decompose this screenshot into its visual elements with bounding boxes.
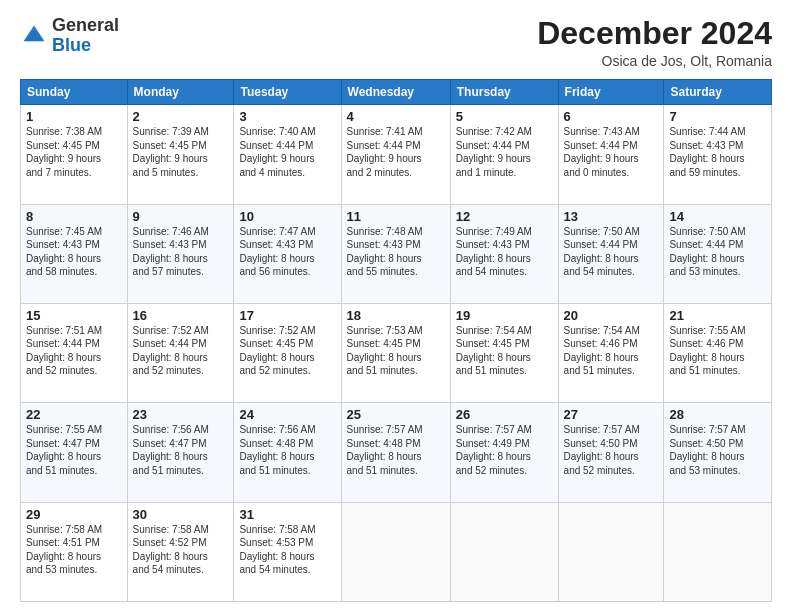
calendar-cell: 4Sunrise: 7:41 AMSunset: 4:44 PMDaylight… [341, 105, 450, 204]
col-sunday: Sunday [21, 80, 128, 105]
day-number: 3 [239, 109, 335, 124]
calendar-week-1: 1Sunrise: 7:38 AMSunset: 4:45 PMDaylight… [21, 105, 772, 204]
day-info: Sunrise: 7:56 AMSunset: 4:47 PMDaylight:… [133, 423, 229, 477]
day-number: 26 [456, 407, 553, 422]
page: General Blue December 2024 Osica de Jos,… [0, 0, 792, 612]
day-info: Sunrise: 7:42 AMSunset: 4:44 PMDaylight:… [456, 125, 553, 179]
day-number: 12 [456, 209, 553, 224]
col-monday: Monday [127, 80, 234, 105]
day-info: Sunrise: 7:53 AMSunset: 4:45 PMDaylight:… [347, 324, 445, 378]
calendar-cell: 8Sunrise: 7:45 AMSunset: 4:43 PMDaylight… [21, 204, 128, 303]
day-info: Sunrise: 7:49 AMSunset: 4:43 PMDaylight:… [456, 225, 553, 279]
calendar-cell: 29Sunrise: 7:58 AMSunset: 4:51 PMDayligh… [21, 502, 128, 601]
day-info: Sunrise: 7:57 AMSunset: 4:49 PMDaylight:… [456, 423, 553, 477]
calendar-cell [664, 502, 772, 601]
day-number: 21 [669, 308, 766, 323]
day-info: Sunrise: 7:40 AMSunset: 4:44 PMDaylight:… [239, 125, 335, 179]
calendar-cell: 16Sunrise: 7:52 AMSunset: 4:44 PMDayligh… [127, 303, 234, 402]
day-number: 27 [564, 407, 659, 422]
day-number: 5 [456, 109, 553, 124]
calendar-header-row: Sunday Monday Tuesday Wednesday Thursday… [21, 80, 772, 105]
calendar-cell: 12Sunrise: 7:49 AMSunset: 4:43 PMDayligh… [450, 204, 558, 303]
day-info: Sunrise: 7:58 AMSunset: 4:52 PMDaylight:… [133, 523, 229, 577]
calendar-cell: 25Sunrise: 7:57 AMSunset: 4:48 PMDayligh… [341, 403, 450, 502]
calendar-cell: 26Sunrise: 7:57 AMSunset: 4:49 PMDayligh… [450, 403, 558, 502]
day-info: Sunrise: 7:39 AMSunset: 4:45 PMDaylight:… [133, 125, 229, 179]
day-number: 9 [133, 209, 229, 224]
day-info: Sunrise: 7:46 AMSunset: 4:43 PMDaylight:… [133, 225, 229, 279]
day-number: 18 [347, 308, 445, 323]
day-info: Sunrise: 7:56 AMSunset: 4:48 PMDaylight:… [239, 423, 335, 477]
day-number: 15 [26, 308, 122, 323]
day-number: 6 [564, 109, 659, 124]
day-number: 14 [669, 209, 766, 224]
day-info: Sunrise: 7:48 AMSunset: 4:43 PMDaylight:… [347, 225, 445, 279]
day-number: 8 [26, 209, 122, 224]
calendar-cell: 23Sunrise: 7:56 AMSunset: 4:47 PMDayligh… [127, 403, 234, 502]
calendar-table: Sunday Monday Tuesday Wednesday Thursday… [20, 79, 772, 602]
day-info: Sunrise: 7:55 AMSunset: 4:47 PMDaylight:… [26, 423, 122, 477]
day-info: Sunrise: 7:58 AMSunset: 4:53 PMDaylight:… [239, 523, 335, 577]
day-number: 25 [347, 407, 445, 422]
day-info: Sunrise: 7:52 AMSunset: 4:44 PMDaylight:… [133, 324, 229, 378]
day-number: 30 [133, 507, 229, 522]
calendar-cell: 11Sunrise: 7:48 AMSunset: 4:43 PMDayligh… [341, 204, 450, 303]
day-number: 29 [26, 507, 122, 522]
calendar-cell: 24Sunrise: 7:56 AMSunset: 4:48 PMDayligh… [234, 403, 341, 502]
calendar-week-2: 8Sunrise: 7:45 AMSunset: 4:43 PMDaylight… [21, 204, 772, 303]
day-info: Sunrise: 7:54 AMSunset: 4:46 PMDaylight:… [564, 324, 659, 378]
day-info: Sunrise: 7:50 AMSunset: 4:44 PMDaylight:… [564, 225, 659, 279]
day-info: Sunrise: 7:54 AMSunset: 4:45 PMDaylight:… [456, 324, 553, 378]
day-info: Sunrise: 7:57 AMSunset: 4:48 PMDaylight:… [347, 423, 445, 477]
calendar-cell [558, 502, 664, 601]
day-info: Sunrise: 7:57 AMSunset: 4:50 PMDaylight:… [669, 423, 766, 477]
calendar-cell: 1Sunrise: 7:38 AMSunset: 4:45 PMDaylight… [21, 105, 128, 204]
calendar-cell: 22Sunrise: 7:55 AMSunset: 4:47 PMDayligh… [21, 403, 128, 502]
col-wednesday: Wednesday [341, 80, 450, 105]
day-info: Sunrise: 7:47 AMSunset: 4:43 PMDaylight:… [239, 225, 335, 279]
header: General Blue December 2024 Osica de Jos,… [20, 16, 772, 69]
col-tuesday: Tuesday [234, 80, 341, 105]
calendar-cell: 28Sunrise: 7:57 AMSunset: 4:50 PMDayligh… [664, 403, 772, 502]
day-number: 10 [239, 209, 335, 224]
day-info: Sunrise: 7:43 AMSunset: 4:44 PMDaylight:… [564, 125, 659, 179]
calendar-cell: 19Sunrise: 7:54 AMSunset: 4:45 PMDayligh… [450, 303, 558, 402]
calendar-cell: 3Sunrise: 7:40 AMSunset: 4:44 PMDaylight… [234, 105, 341, 204]
day-number: 4 [347, 109, 445, 124]
calendar-cell: 27Sunrise: 7:57 AMSunset: 4:50 PMDayligh… [558, 403, 664, 502]
col-thursday: Thursday [450, 80, 558, 105]
calendar-week-3: 15Sunrise: 7:51 AMSunset: 4:44 PMDayligh… [21, 303, 772, 402]
day-number: 31 [239, 507, 335, 522]
logo: General Blue [20, 16, 119, 56]
calendar-cell [341, 502, 450, 601]
title-block: December 2024 Osica de Jos, Olt, Romania [537, 16, 772, 69]
calendar-cell: 20Sunrise: 7:54 AMSunset: 4:46 PMDayligh… [558, 303, 664, 402]
day-number: 17 [239, 308, 335, 323]
day-number: 23 [133, 407, 229, 422]
day-number: 13 [564, 209, 659, 224]
day-number: 2 [133, 109, 229, 124]
day-number: 16 [133, 308, 229, 323]
day-info: Sunrise: 7:41 AMSunset: 4:44 PMDaylight:… [347, 125, 445, 179]
calendar-cell: 31Sunrise: 7:58 AMSunset: 4:53 PMDayligh… [234, 502, 341, 601]
day-info: Sunrise: 7:55 AMSunset: 4:46 PMDaylight:… [669, 324, 766, 378]
day-info: Sunrise: 7:52 AMSunset: 4:45 PMDaylight:… [239, 324, 335, 378]
calendar-cell: 2Sunrise: 7:39 AMSunset: 4:45 PMDaylight… [127, 105, 234, 204]
day-number: 28 [669, 407, 766, 422]
calendar-cell: 10Sunrise: 7:47 AMSunset: 4:43 PMDayligh… [234, 204, 341, 303]
calendar-cell: 17Sunrise: 7:52 AMSunset: 4:45 PMDayligh… [234, 303, 341, 402]
calendar-cell: 21Sunrise: 7:55 AMSunset: 4:46 PMDayligh… [664, 303, 772, 402]
day-info: Sunrise: 7:57 AMSunset: 4:50 PMDaylight:… [564, 423, 659, 477]
logo-general-text: General [52, 15, 119, 35]
calendar-cell: 30Sunrise: 7:58 AMSunset: 4:52 PMDayligh… [127, 502, 234, 601]
day-info: Sunrise: 7:45 AMSunset: 4:43 PMDaylight:… [26, 225, 122, 279]
calendar-cell: 14Sunrise: 7:50 AMSunset: 4:44 PMDayligh… [664, 204, 772, 303]
col-saturday: Saturday [664, 80, 772, 105]
day-info: Sunrise: 7:38 AMSunset: 4:45 PMDaylight:… [26, 125, 122, 179]
calendar-cell: 15Sunrise: 7:51 AMSunset: 4:44 PMDayligh… [21, 303, 128, 402]
day-info: Sunrise: 7:50 AMSunset: 4:44 PMDaylight:… [669, 225, 766, 279]
location: Osica de Jos, Olt, Romania [537, 53, 772, 69]
col-friday: Friday [558, 80, 664, 105]
day-number: 20 [564, 308, 659, 323]
calendar-week-5: 29Sunrise: 7:58 AMSunset: 4:51 PMDayligh… [21, 502, 772, 601]
